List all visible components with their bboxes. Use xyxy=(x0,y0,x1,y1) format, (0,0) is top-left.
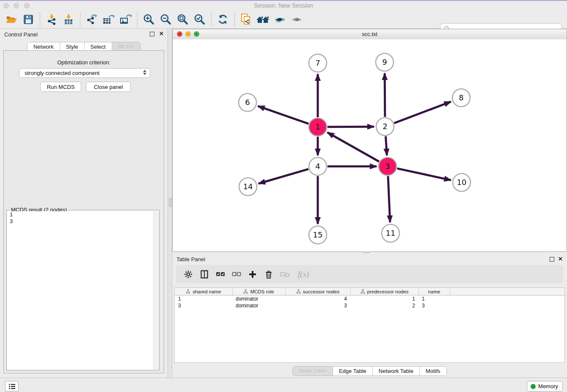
import-table-button[interactable] xyxy=(61,12,76,27)
network-graph-canvas[interactable]: 7968124314101511 xyxy=(173,39,567,251)
tab-select[interactable]: Select xyxy=(85,42,112,51)
zoom-selected-icon xyxy=(194,14,206,25)
function-builder-button[interactable]: f(x) xyxy=(295,268,312,281)
table-panel: Table Panel ✕ xyxy=(172,254,567,378)
import-network-button[interactable] xyxy=(44,12,59,27)
column-header-shared-name[interactable]: shared name xyxy=(175,288,232,295)
close-table-panel-icon[interactable]: ✕ xyxy=(558,256,563,262)
graph-edge-2-3[interactable] xyxy=(385,136,387,155)
add-column-button[interactable] xyxy=(246,268,259,281)
graph-node-2[interactable]: 2 xyxy=(376,118,394,135)
columns-icon xyxy=(201,270,208,279)
table-cell: 3 xyxy=(175,302,232,309)
table-cell: 4 xyxy=(285,295,350,303)
graph-node-6[interactable]: 6 xyxy=(239,94,256,111)
memory-label: Memory xyxy=(538,383,558,389)
task-history-button[interactable] xyxy=(5,381,19,392)
export-table-button[interactable] xyxy=(102,12,116,27)
panel-splitter[interactable] xyxy=(168,29,172,378)
toolbar-separator xyxy=(137,12,138,27)
table-row[interactable]: 3dominator323 xyxy=(175,302,564,309)
tab-node-table[interactable]: Node Table xyxy=(293,367,333,375)
window-title: Session: New Session xyxy=(0,2,567,9)
graph-node-4[interactable]: 4 xyxy=(309,157,327,175)
sort-column-icon xyxy=(361,289,365,294)
column-header-MCDS-role[interactable]: MCDS role xyxy=(232,288,285,295)
mcds-result-list[interactable]: 13 xyxy=(7,211,153,370)
graph-edge-4-14[interactable] xyxy=(259,169,308,183)
tab-network-table[interactable]: Network Table xyxy=(373,367,420,375)
graph-edge-1-6[interactable] xyxy=(258,106,309,124)
svg-text:1: 1 xyxy=(315,122,320,131)
column-header-name[interactable]: name xyxy=(418,288,450,295)
graph-node-11[interactable]: 11 xyxy=(382,224,399,242)
graph-node-8[interactable]: 8 xyxy=(452,89,470,107)
node-table[interactable]: shared nameMCDS rolesuccessor nodesprede… xyxy=(174,287,565,363)
app-titlebar: Session: New Session xyxy=(0,1,567,11)
graph-node-7[interactable]: 7 xyxy=(309,54,327,72)
zoom-out-button[interactable] xyxy=(159,12,173,27)
graph-edge-2-9[interactable] xyxy=(385,73,385,117)
export-image-button[interactable] xyxy=(118,12,133,27)
graph-edge-3-1[interactable] xyxy=(328,133,379,162)
tab-motifs[interactable]: Motifs xyxy=(420,367,446,375)
column-header-predecessor-nodes[interactable]: predecessor nodes xyxy=(350,288,418,295)
graph-edge-3-10[interactable] xyxy=(397,168,451,180)
refresh-icon xyxy=(217,14,229,25)
tab-network[interactable]: Network xyxy=(28,42,60,51)
float-table-panel-icon[interactable] xyxy=(550,257,554,262)
tab-edge-table[interactable]: Edge Table xyxy=(333,367,373,375)
graph-edge-1-2[interactable] xyxy=(328,127,374,127)
export-network-button[interactable] xyxy=(85,12,99,27)
eye-slash-icon xyxy=(274,14,286,25)
column-settings-button[interactable] xyxy=(182,268,195,281)
hide-panels-button[interactable] xyxy=(273,12,287,27)
clone-network-button[interactable] xyxy=(239,12,253,27)
deselect-all-rows-button[interactable] xyxy=(230,268,243,281)
trash-icon xyxy=(265,270,272,279)
svg-text:6: 6 xyxy=(245,98,250,107)
task-list-icon xyxy=(8,384,16,389)
graph-node-15[interactable]: 15 xyxy=(309,226,327,244)
tab-style[interactable]: Style xyxy=(60,42,85,51)
show-graphics-details-button[interactable] xyxy=(290,12,304,27)
graph-edge-3-11[interactable] xyxy=(388,176,390,222)
refresh-view-button[interactable] xyxy=(216,12,230,27)
column-header-empty xyxy=(450,288,564,295)
float-panel-icon[interactable] xyxy=(150,32,154,36)
memory-button[interactable]: Memory xyxy=(527,381,563,392)
splitter-grip[interactable] xyxy=(169,198,172,207)
zoom-selected-button[interactable] xyxy=(193,12,207,27)
frame-resize-grip[interactable] xyxy=(363,251,370,253)
optimization-criterion-select[interactable]: strongly connected component xyxy=(19,68,150,78)
graph-edge-2-8[interactable] xyxy=(394,102,451,123)
open-session-button[interactable] xyxy=(4,12,19,27)
show-all-panels-button[interactable] xyxy=(256,12,270,27)
format-columns-button[interactable] xyxy=(198,268,211,281)
svg-text:3: 3 xyxy=(385,162,390,171)
svg-text:2: 2 xyxy=(383,122,387,131)
column-header-successor-nodes[interactable]: successor nodes xyxy=(285,288,350,295)
select-all-rows-button[interactable] xyxy=(214,268,227,281)
toolbar-separator xyxy=(211,12,212,27)
graph-node-3[interactable]: 3 xyxy=(379,157,396,175)
control-panel-title: Control Panel xyxy=(4,31,38,38)
table-cell: 1 xyxy=(175,295,232,303)
gear-icon xyxy=(184,270,193,279)
graph-node-14[interactable]: 14 xyxy=(239,178,257,196)
save-session-button[interactable] xyxy=(21,12,36,27)
graph-node-10[interactable]: 10 xyxy=(453,174,471,191)
delete-column-button[interactable] xyxy=(262,268,275,281)
network-window-titlebar[interactable]: ✕ − + scc.txt xyxy=(173,29,567,40)
graph-node-9[interactable]: 9 xyxy=(376,53,394,71)
run-mcds-button[interactable]: Run MCDS xyxy=(40,82,81,92)
graph-node-1[interactable]: 1 xyxy=(309,118,327,136)
zoom-fit-button[interactable] xyxy=(176,12,190,27)
table-row[interactable]: 1dominator411 xyxy=(175,295,564,303)
zoom-in-button[interactable] xyxy=(142,12,156,27)
close-panel-icon[interactable]: ✕ xyxy=(159,30,164,37)
tab-mcds[interactable]: MCDS xyxy=(112,42,140,51)
result-scrollbar[interactable] xyxy=(153,211,159,370)
delete-table-button[interactable] xyxy=(278,268,291,281)
close-panel-button[interactable]: Close panel xyxy=(86,82,131,92)
